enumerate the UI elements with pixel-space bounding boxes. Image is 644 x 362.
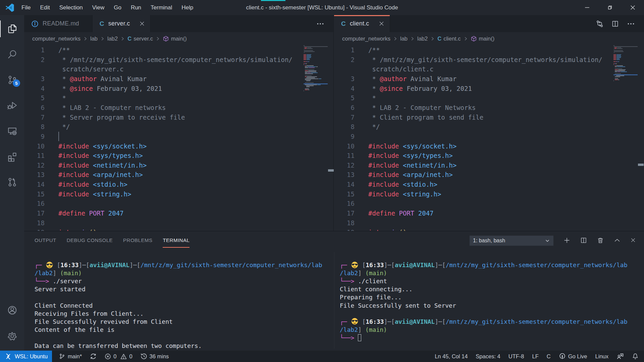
chevron-right-icon	[410, 36, 415, 41]
line-number: 10	[24, 141, 45, 151]
close-window-button[interactable]	[621, 0, 644, 15]
menu-file[interactable]: File	[17, 0, 35, 15]
panel-tab-problems[interactable]: PROBLEMS	[123, 231, 152, 249]
statusbar-git-branch[interactable]: main*	[55, 351, 86, 362]
panel-tab-terminal[interactable]: TERMINAL	[163, 231, 190, 249]
activitybar-github-pull-requests[interactable]	[0, 172, 24, 192]
statusbar-language-mode[interactable]: C	[543, 351, 555, 362]
statusbar-remote-indicator[interactable]: WSL: Ubuntu	[0, 351, 52, 362]
breadcrumb-item[interactable]: Cclient.c	[437, 36, 461, 42]
line-number: 4	[334, 84, 355, 94]
tab-client.c[interactable]: Cclient.c	[334, 15, 390, 32]
statusbar-go-live[interactable]: Go Live	[555, 351, 591, 362]
split-pane-icon[interactable]	[580, 237, 587, 244]
close-tab-icon[interactable]	[139, 20, 145, 27]
code-line: */	[368, 122, 380, 132]
open-changes-icon[interactable]	[596, 20, 604, 28]
plus-icon[interactable]	[563, 237, 571, 244]
breadcrumb-item[interactable]: main()	[471, 36, 495, 42]
terminal-pane-left[interactable]: ┌─ [16:33]─[avii@AVINAL]─[/mnt/z/my_git/…	[35, 249, 330, 351]
line-number: 15	[334, 189, 355, 199]
close-icon[interactable]	[630, 237, 636, 243]
activitybar-remote-explorer[interactable]	[0, 121, 24, 141]
close-tab-icon[interactable]	[378, 20, 385, 27]
statusbar-encoding[interactable]: UTF-8	[504, 351, 528, 362]
statusbar-eol[interactable]: LF	[528, 351, 542, 362]
code-line: /**	[58, 45, 70, 55]
restore-button[interactable]	[598, 0, 621, 15]
branch-icon	[59, 353, 65, 360]
statusbar-cursor-position[interactable]: Ln 45, Col 14	[431, 351, 472, 362]
statusbar-sync[interactable]	[86, 351, 101, 362]
breadcrumb-item[interactable]: computer_networks	[342, 36, 390, 42]
line-number: 17	[24, 208, 45, 218]
breadcrumb-label: client.c	[443, 36, 461, 42]
terminal-line: File Successfully sent to Server	[340, 302, 456, 310]
minimap[interactable]	[304, 45, 328, 231]
line-number: 16	[24, 199, 45, 208]
code-line: * @since February 03, 2021	[58, 84, 162, 94]
terminal-line: Data can be transferred between two comp…	[35, 342, 202, 350]
statusbar-remote-os[interactable]: Linux	[591, 351, 612, 362]
terminal-cursor	[358, 334, 361, 341]
activitybar-explorer[interactable]	[0, 19, 24, 39]
bell-icon	[632, 353, 639, 360]
activitybar-extensions[interactable]	[0, 147, 24, 166]
menu-selection[interactable]: Selection	[55, 0, 88, 15]
minimize-button[interactable]	[576, 0, 598, 15]
trash-icon[interactable]	[597, 237, 604, 244]
split-editor-icon[interactable]	[611, 20, 619, 28]
activitybar-accounts[interactable]	[0, 300, 24, 320]
breadcrumb-item[interactable]: lab	[90, 36, 98, 42]
panel-tab-output[interactable]: OUTPUT	[35, 231, 56, 249]
panel-tab-debug-console[interactable]: DEBUG CONSOLE	[67, 231, 113, 249]
code-editor[interactable]: 1/**2 * /mnt/z/my_git/sixth-semester/com…	[24, 45, 333, 231]
line-number: 8	[334, 122, 355, 132]
activitybar-search[interactable]	[0, 45, 24, 64]
more-icon[interactable]	[316, 19, 325, 28]
chevron-up-icon[interactable]	[613, 237, 621, 244]
pull-request-icon	[7, 177, 18, 188]
menu-edit[interactable]: Edit	[35, 0, 54, 15]
tab-server.c[interactable]: Cserver.c	[93, 15, 151, 32]
breadcrumb-item[interactable]: main()	[163, 36, 187, 42]
statusbar-problems[interactable]: 00	[101, 351, 136, 362]
code-editor[interactable]: 1/**2 * /mnt/z/my_git/sixth-semester/com…	[334, 45, 644, 231]
more-icon[interactable]	[627, 19, 635, 28]
line-number: 18	[334, 218, 355, 228]
breadcrumb-item[interactable]: Cserver.c	[127, 36, 153, 42]
menu-go[interactable]: Go	[109, 0, 126, 15]
terminal-line: /lab2] (main)	[35, 269, 82, 277]
error-icon	[105, 353, 111, 360]
statusbar-timer[interactable]: 36 mins	[137, 351, 173, 362]
line-number: 19	[334, 228, 355, 231]
activitybar-manage[interactable]	[0, 326, 24, 346]
menu-view[interactable]: View	[88, 0, 109, 15]
activitybar-source-control[interactable]: 5	[0, 70, 24, 89]
tab-README.md[interactable]: README.md	[24, 15, 93, 32]
menu-terminal[interactable]: Terminal	[146, 0, 177, 15]
statusbar-indentation[interactable]: Spaces: 4	[472, 351, 504, 362]
code-line: * /mnt/z/my_git/sixth-semester/computer_…	[58, 55, 292, 65]
breadcrumb-item[interactable]: computer_networks	[32, 36, 80, 42]
activitybar-run-and-debug[interactable]	[0, 96, 24, 115]
breadcrumb-label: lab	[90, 36, 98, 42]
breadcrumb-item[interactable]: lab2	[107, 36, 118, 42]
minimap[interactable]	[613, 45, 638, 231]
code-line: * Client program to send file	[368, 113, 483, 122]
terminal-picker-dropdown[interactable]: 1: bash, bash	[470, 236, 553, 246]
line-number: 19	[24, 228, 45, 231]
menu-run[interactable]: Run	[126, 0, 146, 15]
breadcrumb-label: computer_networks	[32, 36, 80, 42]
line-number: 16	[334, 199, 355, 208]
terminal-pane-right[interactable]: ┌─ [16:33]─[avii@AVINAL]─[/mnt/z/my_git/…	[340, 249, 642, 351]
menu-help[interactable]: Help	[177, 0, 198, 15]
breadcrumb-item[interactable]: lab	[400, 36, 408, 42]
statusbar-notifications[interactable]	[628, 351, 643, 362]
terminal-line: └──>	[340, 334, 361, 342]
statusbar-feedback[interactable]	[612, 351, 628, 362]
code-line: * LAB 2 - Computer networks	[58, 103, 166, 113]
breadcrumbs: computer_networkslablab2Cclient.cmain()	[334, 32, 644, 45]
breadcrumb-item[interactable]: lab2	[417, 36, 428, 42]
symbol-method-icon	[163, 36, 169, 42]
